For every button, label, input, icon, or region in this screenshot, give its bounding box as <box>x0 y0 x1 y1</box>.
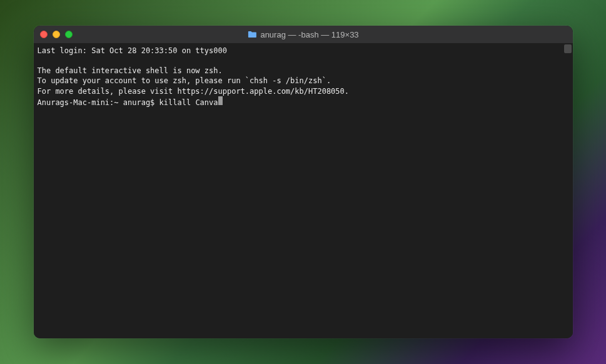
prompt-line: Anurags-Mac-mini:~ anurag$ killall Canva <box>38 96 569 108</box>
terminal-body[interactable]: Last login: Sat Oct 28 20:33:50 on ttys0… <box>34 43 573 338</box>
folder-icon <box>247 31 256 38</box>
minimize-button[interactable] <box>53 31 60 38</box>
window-title: anurag — -bash — 119×33 <box>260 30 358 39</box>
scrollbar[interactable] <box>564 44 572 53</box>
terminal-window: anurag — -bash — 119×33 Last login: Sat … <box>34 26 573 338</box>
close-button[interactable] <box>40 31 48 38</box>
terminal-output-line: Last login: Sat Oct 28 20:33:50 on ttys0… <box>38 46 569 56</box>
blank-line <box>38 56 569 66</box>
traffic-lights <box>40 31 73 38</box>
title-bar[interactable]: anurag — -bash — 119×33 <box>34 26 573 43</box>
maximize-button[interactable] <box>65 31 73 38</box>
window-title-container: anurag — -bash — 119×33 <box>247 30 358 39</box>
terminal-output-line: To update your account to use zsh, pleas… <box>38 76 569 86</box>
cursor <box>218 96 223 105</box>
terminal-output-line: The default interactive shell is now zsh… <box>38 66 569 76</box>
terminal-output-line: For more details, please visit https://s… <box>38 86 569 96</box>
prompt-prefix: Anurags-Mac-mini:~ anurag$ <box>38 98 159 108</box>
typed-command: killall Canva <box>159 98 218 108</box>
